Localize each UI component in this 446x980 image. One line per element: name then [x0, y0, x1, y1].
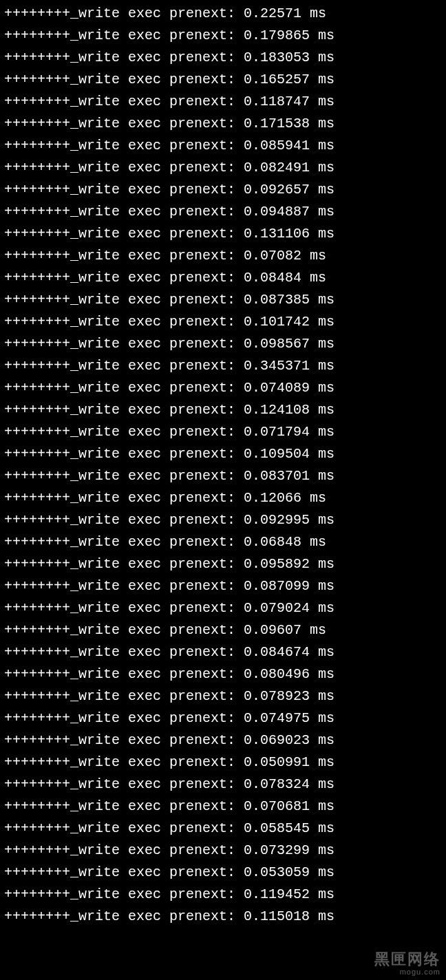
log-line: ++++++++_write exec prenext: 0.118747 ms: [4, 91, 442, 113]
watermark-main: 黑匣网络: [374, 951, 440, 968]
log-line: ++++++++_write exec prenext: 0.094887 ms: [4, 201, 442, 223]
log-line: ++++++++_write exec prenext: 0.345371 ms: [4, 355, 442, 377]
log-line: ++++++++_write exec prenext: 0.115018 ms: [4, 906, 442, 928]
log-line: ++++++++_write exec prenext: 0.087099 ms: [4, 575, 442, 597]
log-line: ++++++++_write exec prenext: 0.098567 ms: [4, 333, 442, 355]
log-line: ++++++++_write exec prenext: 0.087385 ms: [4, 289, 442, 311]
log-line: ++++++++_write exec prenext: 0.12066 ms: [4, 487, 442, 509]
log-line: ++++++++_write exec prenext: 0.070681 ms: [4, 796, 442, 818]
log-line: ++++++++_write exec prenext: 0.171538 ms: [4, 113, 442, 135]
log-line: ++++++++_write exec prenext: 0.073299 ms: [4, 840, 442, 862]
log-line: ++++++++_write exec prenext: 0.06848 ms: [4, 531, 442, 553]
log-line: ++++++++_write exec prenext: 0.09607 ms: [4, 619, 442, 641]
log-line: ++++++++_write exec prenext: 0.092995 ms: [4, 509, 442, 531]
log-line: ++++++++_write exec prenext: 0.101742 ms: [4, 311, 442, 333]
log-line: ++++++++_write exec prenext: 0.119452 ms: [4, 884, 442, 906]
log-line: ++++++++_write exec prenext: 0.084674 ms: [4, 641, 442, 663]
log-line: ++++++++_write exec prenext: 0.053059 ms: [4, 862, 442, 884]
log-line: ++++++++_write exec prenext: 0.074975 ms: [4, 707, 442, 729]
log-line: ++++++++_write exec prenext: 0.095892 ms: [4, 553, 442, 575]
log-line: ++++++++_write exec prenext: 0.131106 ms: [4, 223, 442, 245]
log-line: ++++++++_write exec prenext: 0.183053 ms: [4, 47, 442, 69]
log-line: ++++++++_write exec prenext: 0.078324 ms: [4, 774, 442, 796]
log-line: ++++++++_write exec prenext: 0.078923 ms: [4, 685, 442, 707]
log-line: ++++++++_write exec prenext: 0.074089 ms: [4, 377, 442, 399]
log-line: ++++++++_write exec prenext: 0.071794 ms: [4, 421, 442, 443]
log-line: ++++++++_write exec prenext: 0.092657 ms: [4, 179, 442, 201]
log-line: ++++++++_write exec prenext: 0.109504 ms: [4, 443, 442, 465]
watermark-sub: mogu.com: [374, 968, 440, 976]
watermark: 黑匣网络 mogu.com: [374, 951, 440, 976]
log-line: ++++++++_write exec prenext: 0.07082 ms: [4, 245, 442, 267]
log-line: ++++++++_write exec prenext: 0.069023 ms: [4, 729, 442, 752]
log-line: ++++++++_write exec prenext: 0.079024 ms: [4, 597, 442, 619]
terminal-output: ++++++++_write exec prenext: 0.22571 ms+…: [0, 0, 446, 930]
log-line: ++++++++_write exec prenext: 0.082491 ms: [4, 157, 442, 179]
log-line: ++++++++_write exec prenext: 0.085941 ms: [4, 135, 442, 157]
log-line: ++++++++_write exec prenext: 0.080496 ms: [4, 663, 442, 685]
log-line: ++++++++_write exec prenext: 0.083701 ms: [4, 465, 442, 487]
log-line: ++++++++_write exec prenext: 0.08484 ms: [4, 267, 442, 289]
log-line: ++++++++_write exec prenext: 0.22571 ms: [4, 3, 442, 25]
log-line: ++++++++_write exec prenext: 0.124108 ms: [4, 399, 442, 421]
log-line: ++++++++_write exec prenext: 0.165257 ms: [4, 69, 442, 91]
log-line: ++++++++_write exec prenext: 0.058545 ms: [4, 818, 442, 840]
log-line: ++++++++_write exec prenext: 0.179865 ms: [4, 25, 442, 47]
log-line: ++++++++_write exec prenext: 0.050991 ms: [4, 752, 442, 774]
